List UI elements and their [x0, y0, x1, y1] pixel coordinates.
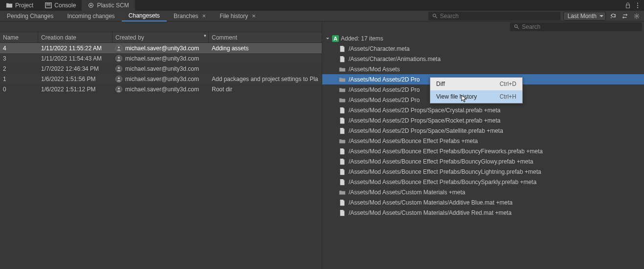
tree-item-path: /Assets/Mod Assets/Bounce Effect Prefabs… [349, 138, 478, 145]
menu-view-file-history[interactable]: View file history Ctrl+H [430, 90, 522, 103]
tree-item[interactable]: /Assets/Mod Assets/Bounce Effect Prefabs… [322, 136, 644, 146]
tree-item-path: /Assets/Character/Animations.meta [349, 56, 441, 62]
cell-id: 4 [0, 45, 38, 52]
cell-id: 3 [0, 55, 38, 62]
tree-item[interactable]: /Assets/Character.meta [322, 43, 644, 54]
avatar-icon [115, 65, 122, 72]
cell-date: 1/11/2022 11:55:22 AM [38, 45, 112, 52]
tab-incoming-changes[interactable]: Incoming changes [60, 11, 121, 21]
tree-item[interactable]: /Assets/Mod Assets/Bounce Effect Prefabs… [322, 146, 644, 156]
tree-item[interactable]: /Assets/Mod Assets/2D Props/Space/Crysta… [322, 105, 644, 115]
table-row[interactable]: 11/6/2022 1:51:56 PMmichael.saver@unity3… [0, 74, 322, 84]
close-icon[interactable]: × [252, 12, 256, 20]
cell-date: 1/7/2022 12:46:34 PM [38, 65, 112, 72]
tree-item[interactable]: /Assets/Mod Assets/Custom Materials/Addi… [322, 207, 644, 218]
file-icon [339, 127, 346, 134]
folder-icon [339, 138, 346, 145]
gear-icon[interactable] [632, 12, 641, 21]
folder-icon [339, 189, 346, 196]
tab-file-history[interactable]: File history × [213, 11, 263, 21]
details-panel: A Added: 17 items /Assets/Character.meta… [322, 21, 644, 269]
tab-pending-changes[interactable]: Pending Changes [0, 11, 60, 21]
svg-point-12 [118, 67, 120, 69]
table-row[interactable]: 01/6/2022 1:51:12 PMmichael.saver@unity3… [0, 84, 322, 94]
tree-item[interactable]: /Assets/Mod Assets/Custom Materials +met… [322, 187, 644, 197]
cell-date: 1/11/2022 11:54:43 AM [38, 55, 112, 62]
tab-plastic-scm[interactable]: Plastic SCM [82, 0, 134, 11]
file-icon [339, 56, 346, 62]
svg-point-11 [118, 57, 120, 59]
cell-comment: Add packages and project settings to Pla [209, 76, 322, 83]
tab-branches[interactable]: Branches × [167, 11, 213, 21]
menu-diff[interactable]: Diff Ctrl+D [430, 78, 522, 90]
tree-item-path: /Assets/Mod Assets/2D Pro [349, 76, 420, 83]
svg-point-15 [514, 25, 517, 28]
tree-item[interactable]: /Assets/Mod Assets [322, 64, 644, 74]
tree-item[interactable]: /Assets/Mod Assets/Bounce Effect Prefabs… [322, 177, 644, 187]
search-input[interactable] [428, 12, 560, 21]
date-filter-select[interactable]: Last Month [563, 12, 606, 21]
cell-comment: Adding assets [209, 45, 322, 52]
sub-tab-bar: Pending Changes Incoming changes Changes… [0, 11, 644, 21]
col-comment[interactable]: Comment [209, 32, 322, 42]
tab-project[interactable]: Project [0, 0, 39, 11]
tree-item-path: /Assets/Mod Assets/2D Props/Space/Satell… [349, 127, 503, 134]
col-created-by[interactable]: Created by ▾ [112, 32, 209, 42]
tree-group-header[interactable]: A Added: 17 items [322, 33, 644, 43]
file-tree: A Added: 17 items /Assets/Character.meta… [322, 32, 644, 219]
search-icon [432, 13, 438, 19]
cell-by: michael.saver@unity3d.com [112, 45, 209, 52]
tree-item[interactable]: /Assets/Mod Assets/2D Props/Space/Rocket… [322, 115, 644, 125]
chevron-down-icon [325, 36, 330, 41]
tree-item[interactable]: /Assets/Mod Assets/Bounce Effect Prefabs… [322, 156, 644, 166]
cell-by: michael.saver@unity3d.com [112, 86, 209, 93]
close-icon[interactable]: × [202, 12, 206, 20]
console-icon [45, 2, 52, 9]
folder-icon [339, 97, 346, 103]
context-menu: Diff Ctrl+D View file history Ctrl+H [430, 77, 523, 103]
tree-item-path: /Assets/Mod Assets/Custom Materials/Addi… [349, 209, 511, 216]
tree-item[interactable]: /Assets/Character/Animations.meta [322, 54, 644, 64]
tab-label: Plastic SCM [97, 2, 129, 9]
table-row[interactable]: 21/7/2022 12:46:34 PMmichael.saver@unity… [0, 63, 322, 74]
tree-item[interactable]: /Assets/Mod Assets/Bounce Effect Prefabs… [322, 166, 644, 177]
cell-by: michael.saver@unity3d.com [112, 55, 209, 62]
file-icon [339, 199, 346, 206]
tree-item[interactable]: /Assets/Mod Assets/Custom Materials/Addi… [322, 197, 644, 207]
tree-item-path: /Assets/Mod Assets/2D Pro [349, 86, 420, 93]
cell-date: 1/6/2022 1:51:12 PM [38, 86, 112, 93]
plastic-icon [88, 2, 94, 9]
svg-line-16 [517, 27, 519, 29]
avatar-icon [115, 45, 122, 52]
top-tab-bar: Project Console Plastic SCM [0, 0, 644, 11]
col-creation-date[interactable]: Creation date [38, 32, 112, 42]
tree-item[interactable]: /Assets/Mod Assets/2D Props/Space/Satell… [322, 125, 644, 136]
svg-point-2 [90, 4, 92, 6]
tab-label: File history [220, 13, 248, 20]
tree-group-label: Added: 17 items [341, 35, 383, 42]
menu-icon[interactable] [634, 2, 641, 9]
tab-console[interactable]: Console [39, 0, 82, 11]
avatar-icon [115, 76, 122, 83]
lock-icon[interactable] [624, 2, 631, 9]
file-icon [339, 209, 346, 216]
cell-id: 2 [0, 65, 38, 72]
file-icon [339, 117, 346, 124]
tab-label: Project [15, 2, 33, 9]
col-name[interactable]: Name [0, 32, 38, 42]
svg-rect-3 [626, 5, 630, 8]
refresh-button[interactable] [609, 12, 618, 21]
avatar-icon [115, 86, 122, 93]
search-input[interactable] [510, 22, 642, 31]
folder-icon [6, 2, 13, 9]
cell-by: michael.saver@unity3d.com [112, 76, 209, 83]
tab-label: Console [54, 2, 76, 9]
table-row[interactable]: 41/11/2022 11:55:22 AMmichael.saver@unit… [0, 43, 322, 53]
table-row[interactable]: 31/11/2022 11:54:43 AMmichael.saver@unit… [0, 53, 322, 63]
tab-changesets[interactable]: Changesets [122, 11, 167, 21]
folder-icon [339, 86, 346, 93]
cell-id: 1 [0, 76, 38, 83]
file-icon [339, 179, 346, 186]
swap-button[interactable] [621, 12, 629, 21]
file-icon [339, 148, 346, 155]
